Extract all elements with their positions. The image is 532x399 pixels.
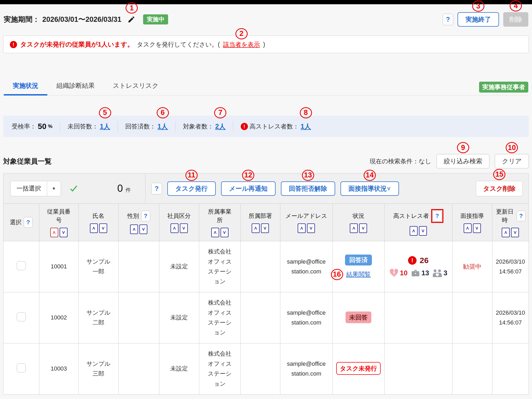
select-cell xyxy=(3,292,39,343)
office-cell: 株式会社オフィスステーション xyxy=(199,241,240,292)
annotation-12: 12 xyxy=(242,170,254,181)
sort-desc-icon[interactable]: ∨ xyxy=(359,223,367,233)
interview-cell: 勧奨中 xyxy=(452,241,492,292)
status-cell: 未回答 xyxy=(332,292,384,343)
sort-asc-icon[interactable]: ∧ xyxy=(252,223,260,233)
task-issue-button[interactable]: 11 タスク発行 xyxy=(167,181,216,196)
sort-desc-icon[interactable]: ∨ xyxy=(221,228,228,237)
stress-work-value: 13 xyxy=(421,269,429,277)
col-department: 所属部署 ∧ ∨ xyxy=(240,204,280,241)
employee-class-cell: 未設定 xyxy=(159,292,199,343)
sort-asc-icon[interactable]: ∧ xyxy=(350,223,358,233)
implementation-period: 実施期間： 2026/03/01〜2026/03/31 1 実施中 xyxy=(4,14,168,24)
help-icon[interactable]: ? xyxy=(443,14,453,25)
col-interview: 面接指導 ∧ ∨ xyxy=(452,204,492,241)
sort-asc-icon[interactable]: ∧ xyxy=(50,228,58,237)
answered-count-link[interactable]: 6 1人 xyxy=(157,122,168,131)
sort-asc-icon[interactable]: ∧ xyxy=(502,228,510,237)
help-icon[interactable]: ? xyxy=(24,217,33,228)
alert-bold-text: タスクが未発行の従業員が1人います。 xyxy=(20,40,134,49)
sort-asc-icon[interactable]: ∧ xyxy=(410,226,418,236)
sort-asc-icon[interactable]: ∧ xyxy=(171,223,178,233)
help-icon[interactable]: ? xyxy=(517,211,526,221)
filter-search-button[interactable]: 9 絞り込み検索 xyxy=(437,154,489,168)
annotation-11: 11 xyxy=(185,170,198,181)
updated-cell xyxy=(492,343,529,394)
target-count-link[interactable]: 7 2人 xyxy=(215,122,226,131)
employee-id-cell: 10003 xyxy=(39,343,78,394)
tab-stress-risk[interactable]: ストレスリスク xyxy=(104,79,168,95)
interview-status-text: 勧奨中 xyxy=(463,263,481,270)
email-cell: sample@officestation.com xyxy=(280,292,332,343)
sort-desc-icon[interactable]: ∨ xyxy=(307,223,315,233)
help-icon[interactable]: ? xyxy=(141,211,150,221)
row-checkbox[interactable] xyxy=(17,261,26,270)
interview-cell xyxy=(452,292,492,343)
bulk-select-dropdown[interactable]: 一括選択 ▼ xyxy=(10,181,61,196)
sort-desc-icon[interactable]: ∨ xyxy=(473,223,481,233)
alert-icon: ! xyxy=(408,256,417,265)
gender-cell xyxy=(118,241,159,292)
stats-bar: 受検率： 50 % 未回答数： 5 1人 回答済数： 6 1人 対象者数： 7 … xyxy=(3,116,529,137)
sort-desc-icon[interactable]: ∨ xyxy=(261,223,269,233)
row-checkbox[interactable] xyxy=(17,363,26,372)
high-stress-count-link[interactable]: 8 1人 xyxy=(301,122,311,131)
delete-button[interactable]: 4 削除 xyxy=(503,12,528,27)
sort-desc-icon[interactable]: ∨ xyxy=(99,223,107,233)
interview-status-dropdown[interactable]: 14 面接指導状況 ∨ xyxy=(340,181,399,196)
exam-rate-value: 50 xyxy=(38,122,46,131)
col-status: 状況 ∧ ∨ xyxy=(332,204,384,241)
status-cell: 回答済 16 結果閲覧 xyxy=(332,241,384,292)
stat-answered: 回答済数： 6 1人 xyxy=(125,122,168,131)
status-badge-unanswered: 未回答 xyxy=(346,311,371,323)
caret-down-icon: ▼ xyxy=(47,186,61,191)
gender-cell xyxy=(118,343,159,394)
sort-desc-icon[interactable]: ∨ xyxy=(419,226,427,236)
result-view-link[interactable]: 結果閲覧 xyxy=(346,271,371,278)
help-icon[interactable]: ? xyxy=(433,211,442,221)
unanswered-count-link[interactable]: 5 1人 xyxy=(100,122,110,131)
end-implementation-button[interactable]: 3 実施終了 xyxy=(458,12,499,27)
col-high-stress: 高ストレス者 ? ∧ ∨ xyxy=(384,204,452,241)
name-cell: サンプル三郎 xyxy=(78,343,118,394)
task-delete-button[interactable]: 15 タスク削除 xyxy=(476,181,523,196)
gender-cell xyxy=(118,292,159,343)
annotation-7: 7 xyxy=(214,107,226,118)
help-highlight-frame: ? xyxy=(431,209,443,223)
stat-high-stress: ! 高ストレス者数： 8 1人 xyxy=(241,122,311,131)
sort-asc-icon[interactable]: ∧ xyxy=(130,225,138,234)
sort-asc-icon[interactable]: ∧ xyxy=(464,223,472,233)
annotation-3: 3 xyxy=(472,1,484,12)
department-cell xyxy=(240,241,280,292)
annotation-1: 1 xyxy=(126,2,138,14)
sort-desc-icon[interactable]: ∨ xyxy=(60,228,68,237)
edit-period-button[interactable]: 1 xyxy=(127,15,136,24)
clear-button[interactable]: 10 クリア xyxy=(495,154,529,168)
name-cell: サンプル二郎 xyxy=(78,292,118,343)
mail-renotify-button[interactable]: 12 メール再通知 xyxy=(221,181,276,196)
col-office: 所属事業所 ∧ ∨ xyxy=(199,204,240,241)
refusal-release-button[interactable]: 13 回答拒否解除 xyxy=(281,181,335,196)
family-icon xyxy=(432,269,442,277)
sort-desc-icon[interactable]: ∨ xyxy=(511,228,519,237)
sort-asc-icon[interactable]: ∧ xyxy=(298,223,306,233)
chevron-down-icon: ∨ xyxy=(387,185,391,192)
tab-org-diagnosis-result[interactable]: 組織診断結果 xyxy=(47,79,104,95)
sort-asc-icon[interactable]: ∧ xyxy=(90,223,98,233)
pencil-icon xyxy=(127,15,135,23)
annotation-9: 9 xyxy=(457,142,469,153)
row-checkbox[interactable] xyxy=(17,312,26,321)
sort-desc-icon[interactable]: ∨ xyxy=(180,223,188,233)
high-stress-cell xyxy=(384,343,452,394)
table-row: 10002 サンプル二郎 未設定 株式会社オフィスステーション sample@o… xyxy=(3,292,529,343)
sort-asc-icon[interactable]: ∧ xyxy=(211,228,219,237)
tab-implementation-status[interactable]: 実施状況 xyxy=(4,79,47,95)
col-updated: 更新日時 ? ∧ ∨ xyxy=(492,204,529,241)
interview-cell xyxy=(452,343,492,394)
alert-close-paren: ) xyxy=(263,41,265,48)
period-label: 実施期間： xyxy=(4,15,40,24)
employee-list-section-header: 対象従業員一覧 現在の検索条件：なし 9 絞り込み検索 10 クリア xyxy=(3,153,529,169)
sort-desc-icon[interactable]: ∨ xyxy=(139,225,147,234)
help-icon[interactable]: ? xyxy=(151,183,162,194)
show-applicable-link[interactable]: 該当者を表示 xyxy=(223,41,260,48)
